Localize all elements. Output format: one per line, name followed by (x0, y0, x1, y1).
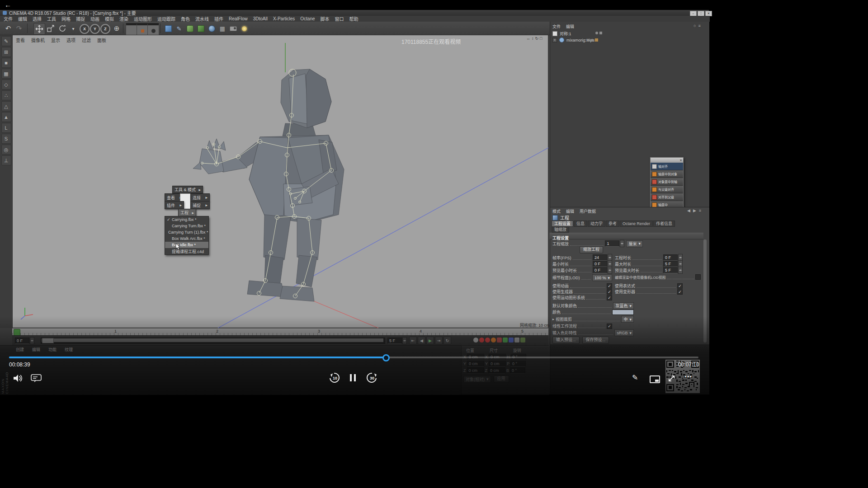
z-axis-lock[interactable]: Z (100, 24, 110, 34)
preview-max-spinner[interactable] (678, 267, 683, 274)
menu-item-box-idle[interactable]: Box Idle.fbx * (165, 242, 208, 248)
array-generator-icon[interactable] (195, 23, 206, 34)
group-arrow-icon[interactable]: ▸ (552, 317, 554, 321)
progress-bar[interactable] (9, 357, 698, 358)
pause-button[interactable] (350, 374, 356, 381)
rot-b-field[interactable]: 0 ° (510, 367, 525, 374)
lod-dropdown[interactable]: 100 % ▾ (592, 274, 612, 281)
materials-menu-function[interactable]: 功能 (48, 347, 57, 352)
pie-menu-plugins[interactable]: 插件 ▸ (165, 201, 184, 209)
tab-octane-render[interactable]: Octane Render (620, 221, 653, 227)
forward-button[interactable]: 30 (366, 372, 378, 384)
attr-back-icon[interactable]: ◀ (687, 208, 690, 213)
visibility-dots-icon[interactable] (591, 39, 594, 42)
viewport-maximize-icon[interactable]: □ (540, 36, 542, 41)
environment-sphere-icon[interactable] (206, 23, 217, 34)
loop-button[interactable]: ↻ (443, 337, 451, 344)
pie-menu-snap[interactable]: 捕捉 ▸ (190, 201, 210, 209)
enable-axis-icon[interactable]: L (1, 123, 11, 133)
edges-mode-icon[interactable]: △ (1, 101, 11, 111)
spline-pen-icon[interactable]: ✎ (174, 23, 184, 34)
preview-min-spinner[interactable] (608, 267, 612, 274)
lod-editor-checkbox[interactable] (695, 274, 701, 280)
viewport-menu-options[interactable]: 选项 (66, 37, 75, 43)
palette-item-axis-center-to-object[interactable]: 轴居中到对象 (651, 170, 683, 178)
viewport-solo-icon[interactable]: S (1, 134, 11, 144)
default-color-dropdown[interactable]: 灰蓝色 ▾ (613, 302, 634, 309)
last-tool-icon[interactable]: ▾ (68, 23, 79, 34)
previous-frame-button[interactable]: ◀ (418, 337, 425, 344)
current-frame-marker[interactable] (14, 329, 20, 336)
light-icon[interactable] (239, 23, 250, 34)
clone-grid-icon[interactable]: ▦ (217, 23, 228, 34)
viewport-menu-filter[interactable]: 过滤 (82, 37, 91, 43)
viewport-orbit-icon[interactable]: ↻ (535, 36, 539, 41)
texture-mode-icon[interactable]: ▦ (1, 69, 11, 79)
project-scale-field[interactable]: 1 (605, 240, 619, 247)
expand-icon[interactable]: + (552, 38, 557, 42)
tab-info[interactable]: 信息 (574, 221, 587, 227)
menu-item-carrying[interactable]: ✓ Carrying.fbx * (165, 216, 208, 223)
project-scale-unit-dropdown[interactable]: 厘米 ▾ (626, 240, 643, 247)
pie-menu-project[interactable]: 工程 ▸ (178, 209, 196, 216)
viewport-menu-view[interactable]: 查看 (16, 37, 25, 43)
tab-referencing[interactable]: 参考 (606, 221, 619, 227)
enable-snap-icon[interactable]: ◎ (1, 145, 11, 155)
use-generators-checkbox[interactable]: ✓ (607, 289, 612, 295)
attr-menu-edit[interactable]: 编辑 (566, 208, 574, 214)
color-swatch[interactable] (612, 310, 634, 315)
danmaku-button[interactable] (31, 374, 42, 384)
apply-button[interactable]: 应用 (494, 375, 509, 383)
range-start-spinner[interactable] (30, 337, 34, 344)
goto-start-button[interactable]: ⇤ (409, 337, 417, 344)
progress-handle[interactable] (382, 354, 390, 361)
range-end-field[interactable]: 5 F (387, 338, 402, 344)
viewport-zoom-icon[interactable]: ↕ (532, 36, 534, 41)
visibility-dots-icon[interactable] (595, 32, 598, 34)
workplane-mode-icon[interactable]: ◇ (1, 80, 11, 89)
fullscreen-button[interactable] (668, 375, 675, 384)
use-animation-checkbox[interactable]: ✓ (607, 283, 612, 289)
preview-min-field[interactable]: 0 F (593, 267, 607, 273)
camera-icon[interactable] (228, 23, 239, 34)
coords-mode-dropdown[interactable]: 对象(相对) ▾ (463, 376, 491, 383)
rot-p-field[interactable]: 0 ° (510, 361, 526, 367)
max-time-field[interactable]: 5 F (663, 261, 678, 267)
linear-workflow-checkbox[interactable]: ✓ (607, 324, 612, 329)
menu-octane[interactable]: Octane (297, 16, 317, 22)
pie-menu-select[interactable]: 选择 ▸ (190, 193, 210, 202)
model-mode-icon[interactable]: ■ (1, 58, 11, 68)
autokey-button[interactable] (485, 338, 490, 343)
size-y-field[interactable]: 0 cm (489, 361, 506, 367)
use-motion-checkbox[interactable]: ✓ (607, 295, 612, 300)
menu-item-box-walk-arc[interactable]: Box Walk Arc.fbx * (165, 235, 208, 242)
add-cube-icon[interactable] (163, 23, 174, 34)
scale-tool-icon[interactable] (45, 23, 56, 34)
volume-button[interactable] (12, 372, 24, 386)
visibility-dots-icon[interactable] (587, 39, 590, 42)
x-axis-lock[interactable]: X (80, 24, 90, 34)
viewport-pan-icon[interactable]: ↔ (526, 36, 530, 41)
record-button[interactable] (479, 338, 484, 343)
rotate-tool-icon[interactable] (57, 23, 68, 34)
back-button[interactable]: ← (5, 1, 11, 9)
palette-item-align-with-parent[interactable]: 与父级对齐 (651, 186, 683, 193)
pen-tool-icon[interactable]: ✎ (1, 36, 11, 46)
pos-z-field[interactable]: 0 cm (467, 367, 484, 374)
materials-menu-edit[interactable]: 编辑 (32, 347, 40, 352)
record-position-toggle[interactable] (497, 338, 502, 343)
menu-item-carrying-turn[interactable]: Carrying Turn.fbx * (165, 223, 208, 229)
menu-realflow[interactable]: RealFlow (226, 16, 250, 22)
palette-item-align-to-parent[interactable]: 对齐到父级 (651, 193, 683, 201)
menu-xparticles[interactable]: X-Particles (270, 16, 297, 22)
range-end-spinner[interactable] (402, 337, 407, 344)
keyframe-icon[interactable] (473, 338, 478, 343)
y-axis-lock[interactable]: Y (90, 24, 100, 34)
om-filter-icon[interactable]: ≡ (698, 23, 700, 28)
keyframe-selection-button[interactable] (491, 338, 496, 343)
preview-range-slider[interactable] (41, 338, 385, 344)
record-parameter-toggle[interactable] (514, 338, 519, 343)
tab-dynamics[interactable]: 动力学 (588, 221, 605, 227)
polygons-mode-icon[interactable]: ▲ (1, 112, 11, 122)
record-point-toggle[interactable] (520, 338, 525, 343)
